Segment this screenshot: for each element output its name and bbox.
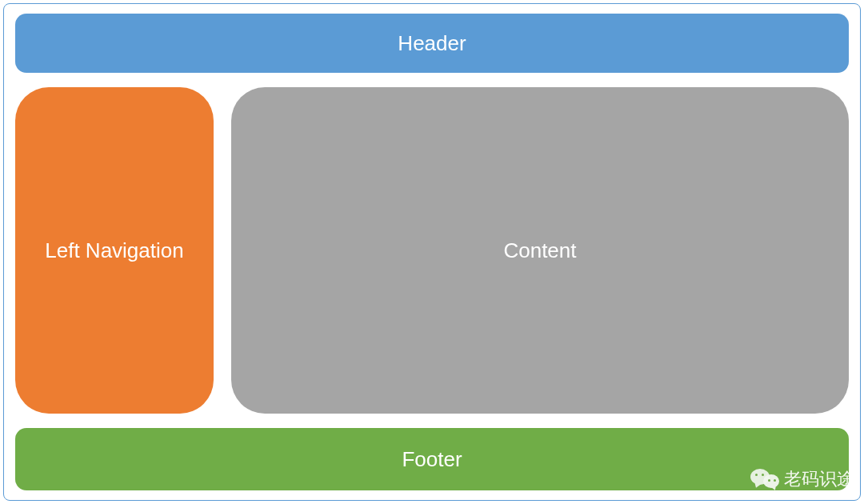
layout-container: Header Left Navigation Content Footer — [3, 3, 861, 501]
watermark-text: 老码识途 — [784, 467, 854, 491]
left-nav-label: Left Navigation — [45, 238, 183, 263]
middle-row: Left Navigation Content — [15, 87, 849, 414]
content-label: Content — [503, 238, 576, 263]
watermark: 老码识途 — [750, 467, 854, 491]
left-navigation-region: Left Navigation — [15, 87, 214, 414]
wechat-icon — [750, 467, 779, 491]
footer-region: Footer — [15, 428, 849, 490]
header-label: Header — [398, 31, 466, 56]
footer-label: Footer — [402, 447, 462, 472]
content-region: Content — [231, 87, 849, 414]
header-region: Header — [15, 14, 849, 73]
